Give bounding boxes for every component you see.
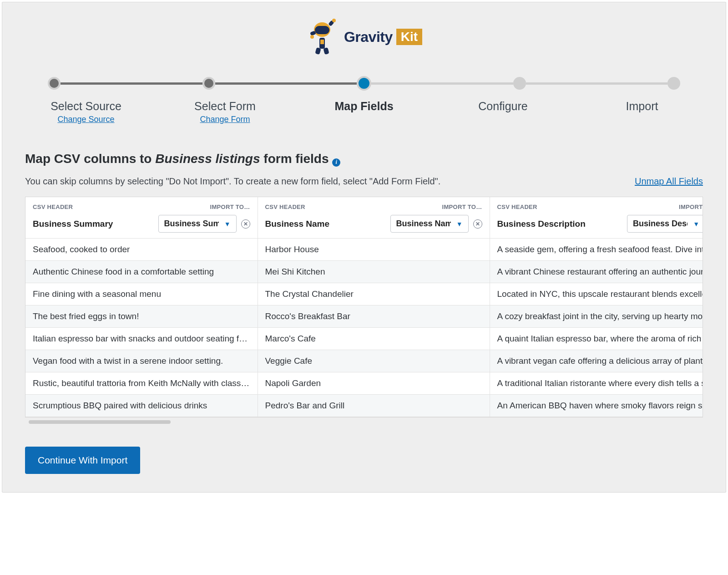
step-dot-map-fields[interactable] xyxy=(357,76,371,91)
cell: A vibrant Chinese restaurant offering an… xyxy=(490,261,703,283)
cell: A cozy breakfast joint in the city, serv… xyxy=(490,305,703,328)
chevron-down-icon: ▼ xyxy=(456,220,463,228)
cell: A traditional Italian ristorante where e… xyxy=(490,372,703,395)
instruction-text: You can skip columns by selecting "Do No… xyxy=(25,176,440,187)
table-row: Italian espresso bar with snacks and out… xyxy=(25,328,703,350)
scroll-thumb[interactable] xyxy=(29,420,171,424)
table-row: The best fried eggs in town! Rocco's Bre… xyxy=(25,305,703,328)
table-row: Authentic Chinese food in a comfortable … xyxy=(25,261,703,283)
select-value: Business Name xyxy=(396,219,451,229)
import-to-select[interactable]: Business Summary ▼ xyxy=(158,215,237,233)
csv-header-name: Business Description xyxy=(497,219,623,229)
step-label-configure: Configure xyxy=(465,100,541,124)
connector xyxy=(526,82,668,85)
horizontal-scrollbar[interactable] xyxy=(25,420,703,424)
table-row: Fine dining with a seasonal menu The Cry… xyxy=(25,283,703,305)
heading-row: Map CSV columns to Business listings for… xyxy=(25,152,703,166)
import-to-select[interactable]: Business Name ▼ xyxy=(390,215,469,233)
astronaut-icon xyxy=(306,18,339,56)
csv-header-label: CSV HEADER xyxy=(33,204,73,210)
heading-form-name: Business listings xyxy=(155,152,260,166)
heading-suffix: form fields xyxy=(260,152,329,166)
cell: Harbor House xyxy=(258,239,490,261)
cell: Vegan food with a twist in a serene indo… xyxy=(25,350,258,372)
select-value: Business Summary xyxy=(164,219,219,229)
clear-mapping-button[interactable]: ✕ xyxy=(473,219,482,229)
change-form-link[interactable]: Change Form xyxy=(200,115,250,124)
cell: Napoli Garden xyxy=(258,372,490,395)
cell: Authentic Chinese food in a comfortable … xyxy=(25,261,258,283)
cell: Rocco's Breakfast Bar xyxy=(258,305,490,328)
clear-mapping-button[interactable]: ✕ xyxy=(241,219,250,229)
step-title: Import xyxy=(604,100,680,113)
cell: Scrumptious BBQ paired with delicious dr… xyxy=(25,395,258,417)
svg-rect-7 xyxy=(323,47,329,55)
connector xyxy=(371,82,513,85)
import-to-label: IMPORT TO… xyxy=(442,204,482,210)
column-header: CSV HEADER IMPORT TO… Business Name Busi… xyxy=(258,197,490,239)
stepper-track xyxy=(48,76,680,91)
logo-text-gravity: Gravity xyxy=(344,29,393,46)
select-value: Business Description xyxy=(633,219,688,229)
step-title: Select Form xyxy=(187,100,263,113)
table-row: Rustic, beautiful trattoria from Keith M… xyxy=(25,372,703,395)
import-to-label: IMPORT TO… xyxy=(210,204,250,210)
cell: Veggie Cafe xyxy=(258,350,490,372)
step-dot-select-form[interactable] xyxy=(202,77,215,90)
cell: A vibrant vegan cafe offering a deliciou… xyxy=(490,350,703,372)
step-label-select-form: Select Form Change Form xyxy=(187,100,263,124)
mapping-table: CSV HEADER IMPORT TO… Business Summary B… xyxy=(25,197,703,417)
heading-prefix: Map CSV columns to xyxy=(25,152,155,166)
step-label-select-source: Select Source Change Source xyxy=(48,100,124,124)
logo-text-kit: Kit xyxy=(396,29,422,45)
cell: The Crystal Chandelier xyxy=(258,283,490,305)
chevron-down-icon: ▼ xyxy=(224,220,231,228)
step-label-import: Import xyxy=(604,100,680,124)
cell: Fine dining with a seasonal menu xyxy=(25,283,258,305)
unmap-all-link[interactable]: Unmap All Fields xyxy=(635,176,703,187)
sub-heading-row: You can skip columns by selecting "Do No… xyxy=(25,176,703,187)
column-header: CSV HEADER IMPORT TO… Business Descripti… xyxy=(490,197,703,239)
cell: Mei Shi Kitchen xyxy=(258,261,490,283)
step-dot-select-source[interactable] xyxy=(48,77,61,90)
svg-rect-6 xyxy=(315,47,321,55)
change-source-link[interactable]: Change Source xyxy=(57,115,114,124)
footer-actions: Continue With Import xyxy=(2,424,726,474)
content-area: Map CSV columns to Business listings for… xyxy=(2,152,726,424)
svg-point-9 xyxy=(332,19,336,22)
column-header: CSV HEADER IMPORT TO… Business Summary B… xyxy=(25,197,258,239)
svg-point-8 xyxy=(310,35,314,39)
continue-with-import-button[interactable]: Continue With Import xyxy=(25,447,140,474)
mapping-table-scroll[interactable]: CSV HEADER IMPORT TO… Business Summary B… xyxy=(25,197,703,417)
info-icon[interactable]: i xyxy=(332,158,340,167)
connector xyxy=(215,82,357,85)
table-row: Vegan food with a twist in a serene indo… xyxy=(25,350,703,372)
logo-row: GravityKit xyxy=(2,2,726,69)
step-labels: Select Source Change Source Select Form … xyxy=(48,100,680,124)
table-row: Scrumptious BBQ paired with delicious dr… xyxy=(25,395,703,417)
step-title: Map Fields xyxy=(326,100,402,113)
cell: Located in NYC, this upscale restaurant … xyxy=(490,283,703,305)
step-label-map-fields: Map Fields xyxy=(326,100,402,124)
cell: The best fried eggs in town! xyxy=(25,305,258,328)
import-to-select[interactable]: Business Description ▼ xyxy=(627,215,703,233)
connector xyxy=(61,82,202,85)
step-title: Configure xyxy=(465,100,541,113)
gravitykit-logo: GravityKit xyxy=(306,18,422,56)
step-dot-configure[interactable] xyxy=(513,77,526,90)
cell: A seaside gem, offering a fresh seafood … xyxy=(490,239,703,261)
cell: An American BBQ haven where smoky flavor… xyxy=(490,395,703,417)
csv-header-label: CSV HEADER xyxy=(265,204,305,210)
svg-rect-1 xyxy=(315,26,329,34)
csv-header-label: CSV HEADER xyxy=(497,204,537,210)
table-row: Seafood, cooked to order Harbor House A … xyxy=(25,239,703,261)
cell: Italian espresso bar with snacks and out… xyxy=(25,328,258,350)
step-dot-import[interactable] xyxy=(667,77,680,90)
cell: Marco's Cafe xyxy=(258,328,490,350)
import-wizard-page: GravityKit Select Source Change Source S… xyxy=(2,2,726,493)
csv-header-name: Business Summary xyxy=(33,219,154,229)
page-heading: Map CSV columns to Business listings for… xyxy=(25,152,340,166)
cell: Pedro's Bar and Grill xyxy=(258,395,490,417)
step-title: Select Source xyxy=(48,100,124,113)
wizard-stepper: Select Source Change Source Select Form … xyxy=(2,69,726,141)
